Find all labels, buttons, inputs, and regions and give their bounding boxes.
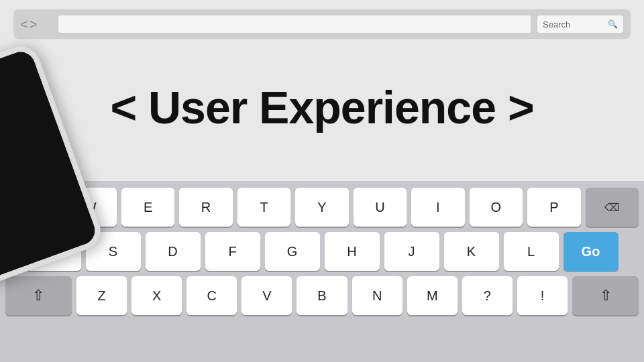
key-g[interactable]: G: [265, 232, 320, 271]
key-k[interactable]: K: [444, 232, 499, 271]
shift-right-icon: ⇧: [600, 287, 612, 304]
browser-bar: < > Search 🔍: [13, 9, 631, 39]
address-bar[interactable]: [58, 15, 531, 34]
shift-left-key[interactable]: ⇧: [5, 276, 72, 315]
page-title: < User Experience >: [110, 82, 533, 133]
nav-buttons: < >: [20, 17, 52, 31]
keyboard-row-1: Q W E R T Y U I O P ⌫: [5, 188, 639, 227]
back-icon[interactable]: <: [20, 17, 28, 31]
key-j[interactable]: J: [384, 232, 439, 271]
key-z[interactable]: Z: [76, 276, 127, 315]
search-icon: 🔍: [608, 19, 618, 29]
key-h[interactable]: H: [325, 232, 380, 271]
key-l[interactable]: L: [504, 232, 559, 271]
key-b[interactable]: B: [297, 276, 347, 315]
go-button[interactable]: Go: [564, 232, 619, 271]
delete-icon: ⌫: [604, 201, 620, 214]
key-question[interactable]: ?: [462, 276, 513, 315]
key-c[interactable]: C: [186, 276, 237, 315]
key-exclamation[interactable]: !: [517, 276, 568, 315]
key-y[interactable]: Y: [295, 188, 348, 227]
key-o[interactable]: O: [470, 188, 523, 227]
key-p[interactable]: P: [527, 188, 580, 227]
key-i[interactable]: I: [411, 188, 464, 227]
search-box[interactable]: Search 🔍: [537, 15, 624, 34]
delete-key[interactable]: ⌫: [586, 188, 639, 227]
keyboard-row-2: A S D F G H J K L Go: [5, 232, 639, 271]
key-f[interactable]: F: [205, 232, 260, 271]
shift-right-key[interactable]: ⇧: [572, 276, 639, 315]
shift-left-icon: ⇧: [32, 287, 44, 304]
key-v[interactable]: V: [241, 276, 292, 315]
key-r[interactable]: R: [179, 188, 232, 227]
key-n[interactable]: N: [352, 276, 402, 315]
key-x[interactable]: X: [131, 276, 182, 315]
forward-icon[interactable]: >: [30, 17, 38, 31]
search-label: Search: [543, 19, 605, 29]
key-t[interactable]: T: [237, 188, 290, 227]
key-m[interactable]: M: [407, 276, 458, 315]
key-d[interactable]: D: [146, 232, 201, 271]
key-u[interactable]: U: [354, 188, 407, 227]
keyboard-row-3: ⇧ Z X C V B N M ? ! ⇧: [5, 276, 639, 315]
key-e[interactable]: E: [121, 188, 174, 227]
heading-area: < User Experience >: [0, 54, 644, 161]
keyboard: Q W E R T Y U I O P ⌫ A S D F G H J K L …: [0, 181, 644, 362]
